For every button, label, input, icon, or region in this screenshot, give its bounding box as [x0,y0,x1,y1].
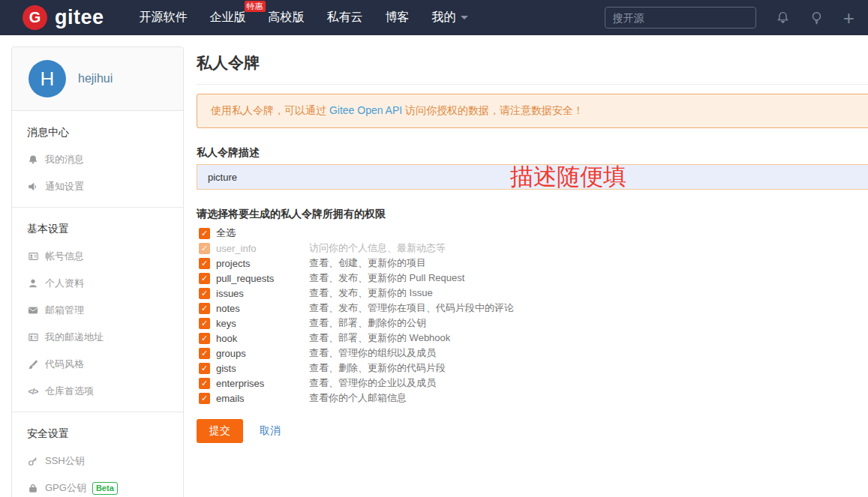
username[interactable]: hejihui [78,72,113,85]
nav-menu-item[interactable]: 我的 [432,10,468,25]
nav-menu-item[interactable]: 开源软件 [140,10,188,25]
main-content: 私人令牌 使用私人令牌，可以通过 Gitee Open API 访问你授权的数据… [197,46,868,443]
bell-icon[interactable] [776,10,790,25]
checkbox[interactable]: ✓ [199,228,210,239]
checkbox[interactable]: ✓ [199,363,210,374]
sidebar-item-label: 代码风格 [45,358,84,371]
checkbox[interactable]: ✓ [199,393,210,404]
sidebar-item[interactable]: </>仓库首选项 [27,385,168,398]
sidebar-section: 基本设置帐号信息个人资料邮箱管理我的邮递地址代码风格</>仓库首选项 [12,208,183,412]
sidebar-item-label: 我的邮递地址 [45,331,104,344]
checkbox[interactable]: ✓ [199,288,210,299]
checkbox[interactable]: ✓ [199,348,210,359]
checkbox[interactable]: ✓ [199,303,210,314]
submit-button[interactable]: 提交 [197,419,243,443]
permission-description: 查看、部署、更新你的 Webhook [309,331,450,345]
page-title: 私人令牌 [197,46,868,85]
sidebar-section-title: 基本设置 [27,223,168,236]
gitee-logo-icon: G [23,5,47,30]
nav-menu-item[interactable]: 企业版特惠 [210,10,246,25]
permission-row: ✓gists查看、删除、更新你的代码片段 [197,361,868,376]
search-input[interactable] [605,7,756,28]
sidebar-item[interactable]: 代码风格 [27,358,168,371]
sidebar-section: 安全设置SSH公钥GPG公钥Beta [12,412,183,497]
permission-row: ✓projects查看、创建、更新你的项目 [197,256,868,271]
envelope-icon [27,305,39,316]
checkbox[interactable]: ✓ [199,318,210,329]
permission-row: ✓keys查看、部署、删除你的公钥 [197,316,868,331]
promo-badge: 特惠 [245,1,266,12]
id-card-icon [27,251,39,262]
token-description-label: 私人令牌描述 [197,146,868,160]
permission-description: 查看你的个人邮箱信息 [309,391,407,405]
nav-menu-item[interactable]: 高校版 [269,10,305,25]
permission-name: gists [216,363,309,374]
form-actions: 提交 取消 [197,419,868,443]
bell-icon [27,154,39,165]
sidebar-item[interactable]: 个人资料 [27,277,168,290]
permissions-list: ✓全选✓user_info访问你的个人信息、最新动态等✓projects查看、创… [197,226,868,406]
permission-name: emails [216,393,309,404]
lock-icon [27,483,39,493]
checkbox[interactable]: ✓ [199,273,210,284]
nav-menu-item[interactable]: 私有云 [327,10,363,25]
plus-icon[interactable]: + [843,10,854,25]
nav-menu-item-label: 博客 [386,10,410,23]
sidebar-item[interactable]: 邮箱管理 [27,304,168,317]
permission-name: keys [216,318,309,329]
gitee-open-api-link[interactable]: Gitee Open API [329,104,402,116]
user-card: H hejihui [12,47,183,111]
code-icon: </> [27,387,39,396]
checkbox[interactable]: ✓ [199,258,210,269]
permission-row: ✓user_info访问你的个人信息、最新动态等 [197,241,868,256]
gitee-logo[interactable]: G gitee [23,5,104,30]
sidebar-item[interactable]: 帐号信息 [27,250,168,263]
navbar-right: + [605,7,854,28]
select-all-row: ✓全选 [197,226,868,241]
beta-badge: Beta [92,482,118,495]
permission-description: 查看、创建、更新你的项目 [309,256,426,270]
token-description-input[interactable] [197,164,868,190]
speaker-icon [27,181,39,192]
permission-row: ✓issues查看、发布、更新你的 Issue [197,286,868,301]
nav-menu-item-label: 高校版 [269,10,305,23]
permission-description: 查看、发布、管理你在项目、代码片段中的评论 [309,301,514,315]
permission-name: notes [216,303,309,314]
sidebar-item-label: 仓库首选项 [45,385,94,398]
key-icon [27,456,39,466]
top-navbar: G gitee 开源软件企业版特惠高校版私有云博客我的 + [0,0,868,35]
permission-row: ✓groups查看、管理你的组织以及成员 [197,346,868,361]
checkbox[interactable]: ✓ [199,333,210,344]
gitee-logo-text: gitee [55,6,104,29]
lightbulb-icon[interactable] [809,10,824,25]
checkbox[interactable]: ✓ [199,378,210,389]
sidebar-item-label: 我的消息 [45,153,84,166]
info-banner: 使用私人令牌，可以通过 Gitee Open API 访问你授权的数据，请注意数… [197,94,868,128]
sidebar-item[interactable]: SSH公钥 [27,454,168,468]
nav-menu-item-label: 开源软件 [140,10,188,23]
sidebar-section-title: 消息中心 [27,126,168,139]
permission-description: 查看、管理你的组织以及成员 [309,346,436,360]
permission-name: issues [216,288,309,299]
sidebar-item[interactable]: 通知设置 [27,180,168,193]
permission-description: 访问你的个人信息、最新动态等 [309,241,446,255]
cancel-link[interactable]: 取消 [260,424,281,438]
sidebar-item[interactable]: GPG公钥Beta [27,481,168,495]
sidebar-item[interactable]: 我的消息 [27,153,168,166]
avatar[interactable]: H [29,60,66,97]
sidebar-item[interactable]: 我的邮递地址 [27,331,168,344]
banner-text-before: 使用私人令牌，可以通过 [211,104,329,116]
permission-description: 查看、管理你的企业以及成员 [309,376,436,390]
permission-name: user_info [216,243,309,254]
sidebar-item-label: 帐号信息 [45,250,84,263]
permission-row: ✓hook查看、部署、更新你的 Webhook [197,331,868,346]
sidebar-section: 消息中心我的消息通知设置 [12,111,183,208]
nav-menu-item-label: 私有云 [327,10,363,23]
nav-menu-item[interactable]: 博客 [386,10,410,25]
permission-name: hook [216,333,309,344]
checkbox: ✓ [199,243,210,254]
permission-name: projects [216,258,309,269]
sidebar-item-label: 通知设置 [45,180,84,193]
person-icon [27,278,39,289]
chevron-down-icon [461,16,468,19]
